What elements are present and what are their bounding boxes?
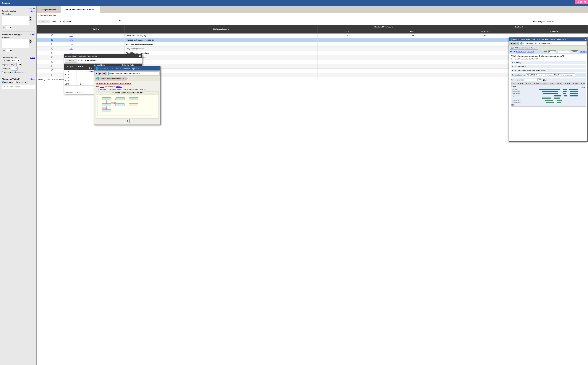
kegg-link[interactable]: KEGG [100, 86, 104, 88]
qtl-type-select[interactable]: eQTL pQTL mQTL [11, 59, 20, 62]
th-markers[interactable]: Markers ⇕ [450, 29, 521, 34]
clear-all-button[interactable]: Clear All [29, 7, 35, 9]
bsid-link-294[interactable]: 294 [70, 48, 73, 50]
ncbi-genome-seq-select[interactable]: NC_000022 chromosome 22 reference GRCh38… [526, 74, 575, 76]
ncbi-search-button[interactable]: Search [571, 50, 578, 53]
show-entries-select[interactable]: 10 25 50 100 [58, 20, 65, 23]
ncbi-genomic-context-section[interactable]: + Genomic context [511, 65, 586, 68]
chr-select-2[interactable]: 22 12 [6, 49, 12, 52]
biosys-scroll-left[interactable]: < [125, 119, 129, 123]
biosys-tab-bar: 🌐 Fructose and mannose meta... ✕ + [94, 76, 160, 81]
qtl-columns-button[interactable]: Columns ↓ [65, 59, 77, 63]
row-checkbox-303[interactable] [51, 56, 53, 58]
trans-radio-label[interactable]: trans_eQTLs [15, 71, 28, 74]
ncbi-find-prev[interactable]: ◀ [542, 79, 544, 81]
r2-select[interactable]: 0.6 0.7 0.8 [11, 67, 18, 70]
assoc-test-clear[interactable]: Clear [30, 56, 35, 59]
rs-scroll-up[interactable]: ▲ [29, 16, 32, 18]
th-qtl-type[interactable]: QTL Type ▲ [64, 64, 76, 70]
ncbi-summary-section[interactable]: + Summary [511, 61, 586, 64]
biosys-tab-label: Fructose and mannose meta... [100, 78, 122, 80]
rs-scroll-down[interactable]: ▼ [29, 18, 32, 21]
ncbi-close-button[interactable]: ✕ [585, 38, 587, 41]
cis-radio-label[interactable]: cis_eQTLs [2, 71, 13, 74]
rs-link[interactable]: rs6000845 [86, 70, 94, 72]
trans-radio[interactable] [15, 71, 16, 73]
th-bsid[interactable]: BSID ⇕ [68, 25, 124, 34]
row-checkbox-307[interactable] [51, 61, 53, 63]
ncbi-howto-link[interactable]: How To ▾ [527, 51, 534, 53]
th-cis[interactable]: cis ⇕ [318, 29, 377, 34]
gwas-radio[interactable] [2, 81, 4, 83]
biosys-refresh-button[interactable]: ↻ [102, 72, 106, 75]
row-checkbox-309[interactable] [51, 65, 53, 67]
bsid-link-293[interactable]: 293 [70, 43, 73, 45]
row-checkbox-294[interactable] [51, 48, 53, 49]
mol-phenotype-clear[interactable]: Clear [30, 33, 35, 35]
columns-button[interactable]: Columns ↓ [38, 20, 50, 23]
probe-scroll-up[interactable]: ▲ [29, 39, 32, 42]
genetic-marker-clear[interactable]: Clear [30, 10, 35, 12]
clinvar-radio-label[interactable]: ClinVar trait [15, 81, 27, 84]
biosys-back-button[interactable]: ◀ [95, 72, 98, 75]
ncbi-find-input[interactable] [525, 79, 537, 81]
ncbi-genomic-regions-section[interactable]: + Genomic regions, transcripts, and prod… [511, 69, 586, 72]
ncbi-refresh-button[interactable]: ↻ [516, 42, 518, 45]
biosys-new-tab-button[interactable]: + [126, 77, 129, 80]
biosys-forward-button[interactable]: ▶ [99, 72, 102, 75]
log10-select[interactable]: 4 5 6 [16, 63, 22, 66]
ncbi-search-select[interactable]: Gene [548, 50, 556, 53]
tab-study-publication[interactable]: Study/Publication [36, 6, 61, 13]
ncbi-tab-close[interactable]: ✕ [536, 47, 537, 49]
select-options-button[interactable]: Select Some Options [2, 85, 35, 89]
chr-label-2: Chr: [2, 50, 5, 52]
bsid-link-301[interactable]: 301 [70, 52, 73, 54]
th-probes[interactable]: Probes ⇕ [521, 29, 588, 34]
filter-biosystems-input[interactable] [556, 20, 586, 23]
phenotype-clear[interactable]: Clear [30, 78, 35, 80]
row-checkbox-293[interactable] [51, 43, 53, 45]
cis-radio[interactable] [2, 71, 4, 73]
row-checkbox-325[interactable] [51, 74, 53, 76]
biosys-main-link[interactable]: Fructose and mannose metabolism [96, 82, 131, 85]
tab-bioprocess[interactable]: Bioprocess/Molecular Function [61, 6, 100, 13]
ncbi-find-next[interactable]: ▶ [544, 79, 546, 81]
ncbi-find-select[interactable] [537, 78, 541, 81]
bsid-link-288[interactable]: 288 [70, 35, 73, 37]
trans-325 [377, 73, 450, 77]
ko-link[interactable]: ko00051 [116, 86, 122, 88]
ncbi-forward-button[interactable]: ▶ [513, 42, 515, 45]
dev-badge[interactable]: DEV [574, 0, 588, 4]
th-is-cis[interactable]: IsCis ⇕ [76, 64, 85, 70]
row-checkbox-288[interactable] [51, 35, 53, 36]
gwas-radio-label[interactable]: GWAS trait [2, 81, 13, 84]
ncbi-back-button[interactable]: ◀ [510, 42, 512, 45]
qtl-popup-close[interactable]: ✕ [139, 55, 141, 57]
is-cis-cell: 0 [76, 70, 85, 73]
cis-309 [318, 64, 377, 69]
row-checkbox-301[interactable] [51, 52, 53, 54]
title-bar: Browser [0, 0, 588, 6]
probe-ids-input[interactable] [2, 39, 29, 48]
svg-rect-27 [563, 89, 567, 90]
chr-select-1[interactable]: 22 12XY [6, 26, 12, 29]
rs-numbers-input[interactable] [2, 16, 29, 25]
th-biosystem-name[interactable]: BioSystem Name ⇕ [124, 25, 318, 34]
ncbi-tab[interactable]: 🌐 PMM1 phosphomannomutase... ✕ [510, 46, 538, 49]
ncbi-search-input[interactable] [558, 50, 570, 53]
svg-text:D-Fructose-6P: D-Fructose-6P [103, 105, 110, 105]
row-checkbox-323[interactable] [51, 70, 53, 71]
ncbi-resources-link[interactable]: Resources ▾ [516, 51, 526, 53]
biosys-tab-close[interactable]: ✕ [123, 77, 124, 80]
bsid-link-291[interactable]: 291 [70, 39, 73, 41]
ncbi-advanced-link[interactable]: Advanced [580, 51, 587, 53]
biosys-tab[interactable]: 🌐 Fructose and mannose meta... ✕ [95, 77, 126, 80]
row-checkbox-291[interactable] [51, 39, 53, 41]
probe-scroll-down[interactable]: ▼ [29, 42, 32, 44]
th-trans[interactable]: trans ⇕ [377, 29, 450, 34]
biosys-close-button[interactable]: ✕ [157, 67, 159, 70]
qtl-show-select[interactable]: 10 [83, 59, 89, 62]
svg-rect-48 [546, 102, 554, 103]
clinvar-radio[interactable] [15, 81, 17, 83]
log10-label: -log10(p-value) < [2, 63, 15, 66]
